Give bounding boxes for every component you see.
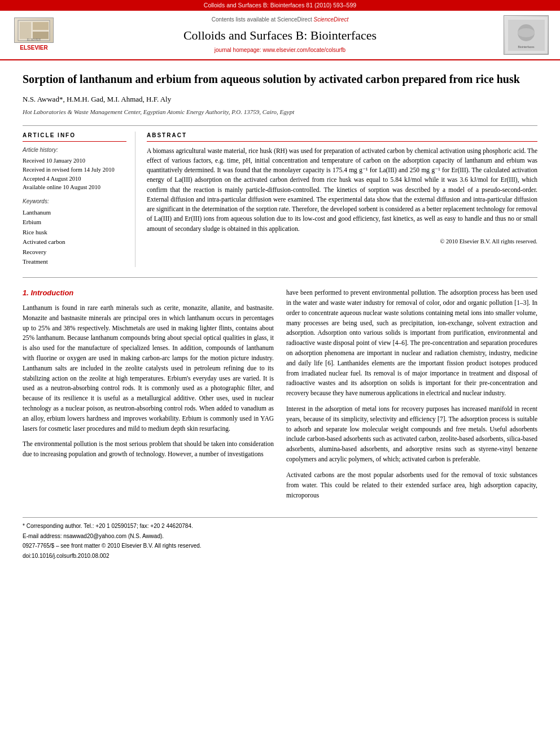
article-info-heading: ARTICLE INFO — [23, 132, 126, 142]
journal-name: Colloids and Surfaces B: Biointerfaces — [62, 27, 498, 45]
journal-homepage: journal homepage: www.elsevier.com/locat… — [62, 46, 498, 55]
svg-rect-1 — [20, 22, 31, 39]
intro-heading: 1. Introduction — [23, 288, 274, 299]
keyword-6: Treatment — [23, 257, 126, 267]
body-left-col: 1. Introduction Lanthanum is found in ra… — [23, 288, 274, 506]
affiliation: Hot Laboratories & Waste Management Cent… — [23, 108, 537, 117]
footnote-area: * Corresponding author. Tel.: +20 1 0259… — [23, 517, 537, 560]
journal-logo-img: Biointerfaces — [504, 15, 549, 55]
right-paragraph-3: Activated carbons are the most popular a… — [286, 470, 537, 500]
svg-point-8 — [518, 28, 535, 37]
elsevier-brand-text: ELSEVIER — [20, 44, 47, 53]
keyword-3: Rice husk — [23, 228, 126, 238]
body-right-col: have been performed to prevent environme… — [286, 288, 537, 506]
svg-rect-2 — [33, 22, 49, 30]
article-meta-row: ARTICLE INFO Article history: Received 1… — [23, 132, 537, 267]
keywords-label: Keywords: — [23, 198, 126, 206]
keyword-4: Activated carbon — [23, 237, 126, 247]
doi-line: doi:10.1016/j.colsurfb.2010.08.002 — [23, 552, 537, 561]
svg-text:Biointerfaces: Biointerfaces — [518, 45, 534, 49]
journal-citation-text: Colloids and Surfaces B: Biointerfaces 8… — [204, 2, 356, 8]
right-paragraph-2: Interest in the adsorption of metal ions… — [286, 404, 537, 465]
intro-paragraph-2: The environmental pollution is the most … — [23, 439, 274, 460]
received-date: Received 10 January 2010 — [23, 156, 126, 165]
authors: N.S. Awwad*, H.M.H. Gad, M.I. Ahmad, H.F… — [23, 94, 537, 105]
journal-info: Contents lists available at ScienceDirec… — [62, 16, 498, 54]
email-footnote: E-mail address: nsawwad20@yahoo.com (N.S… — [23, 532, 537, 541]
keyword-5: Recovery — [23, 247, 126, 257]
online-date: Available online 10 August 2010 — [23, 183, 126, 192]
copyright-notice: © 2010 Elsevier B.V. All rights reserved… — [147, 237, 537, 246]
elsevier-logo-img: ELSEVIER — [14, 18, 54, 43]
article-info-col: ARTICLE INFO Article history: Received 1… — [23, 132, 135, 267]
abstract-text: A biomass agricultural waste material, r… — [147, 146, 537, 234]
abstract-heading: ABSTRACT — [147, 132, 537, 142]
keyword-2: Erbium — [23, 217, 126, 228]
article-dates: Received 10 January 2010 Received in rev… — [23, 156, 126, 192]
keywords-list: Lanthanum Erbium Rice husk Activated car… — [23, 208, 126, 268]
keyword-1: Lanthanum — [23, 208, 126, 218]
accepted-date: Accepted 4 August 2010 — [23, 174, 126, 184]
journal-citation-bar: Colloids and Surfaces B: Biointerfaces 8… — [0, 0, 560, 11]
article-title: Sorption of lanthanum and erbium from aq… — [23, 72, 537, 86]
issn-line: 0927-7765/$ – see front matter © 2010 El… — [23, 542, 537, 551]
svg-text:ELSEVIER: ELSEVIER — [27, 38, 41, 41]
article-history-label: Article history: — [23, 146, 126, 155]
corresponding-footnote: * Corresponding author. Tel.: +20 1 0259… — [23, 522, 537, 531]
sciencedirect-link[interactable]: ScienceDirect — [313, 16, 348, 23]
sciencedirect-line: Contents lists available at ScienceDirec… — [62, 16, 498, 24]
header-divider — [23, 125, 537, 126]
body-divider — [23, 277, 537, 278]
journal-header: ELSEVIER ELSEVIER Contents lists availab… — [0, 11, 560, 60]
main-content: Sorption of lanthanum and erbium from aq… — [0, 60, 560, 571]
abstract-col: ABSTRACT A biomass agricultural waste ma… — [147, 132, 537, 267]
right-paragraph-1: have been performed to prevent environme… — [286, 288, 537, 399]
elsevier-logo: ELSEVIER ELSEVIER — [11, 18, 56, 53]
revised-date: Received in revised form 14 July 2010 — [23, 165, 126, 174]
body-content: 1. Introduction Lanthanum is found in ra… — [23, 288, 537, 506]
author-names: N.S. Awwad*, H.M.H. Gad, M.I. Ahmad, H.F… — [23, 95, 171, 103]
intro-paragraph-1: Lanthanum is found in rare earth mineral… — [23, 303, 274, 434]
homepage-url[interactable]: www.elsevier.com/locate/colsurfb — [262, 47, 345, 53]
